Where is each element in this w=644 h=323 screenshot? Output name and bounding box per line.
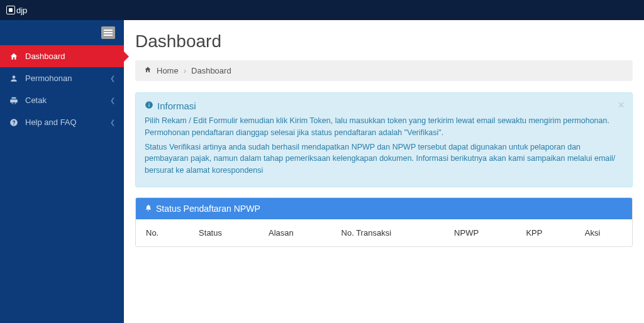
chevron-left-icon: ❮ (110, 119, 115, 126)
sidebar-item-cetak[interactable]: Cetak ❮ (0, 89, 124, 111)
sidebar-item-label: Help and FAQ (25, 118, 77, 127)
main-content: Dashboard Home › Dashboard × Informasi P… (124, 20, 644, 323)
brand-logo-icon (6, 6, 15, 14)
alert-body: Pilih Rekam / Edit Formulir kemudian kli… (145, 115, 623, 177)
panel-header: Status Pendaftaran NPWP (136, 198, 632, 219)
sidebar-item-label: Dashboard (25, 52, 65, 61)
panel-body: No. Status Alasan No. Transaksi NPWP KPP… (136, 219, 632, 246)
sidebar-toggle-row (0, 20, 124, 45)
close-icon[interactable]: × (618, 99, 625, 111)
home-icon (144, 66, 152, 75)
table-header: NPWP (444, 219, 516, 246)
sidebar-item-permohonan[interactable]: Permohonan ❮ (0, 67, 124, 89)
svg-rect-1 (148, 104, 149, 107)
sidebar: Dashboard Permohonan ❮ Cetak ❮ Help and … (0, 20, 124, 323)
table-header: No. (136, 219, 189, 246)
info-icon (145, 101, 153, 111)
sidebar-item-label: Cetak (25, 96, 47, 105)
print-icon (9, 96, 19, 105)
alert-title: Informasi (157, 101, 196, 111)
status-panel: Status Pendaftaran NPWP No. Status Alasa… (135, 197, 633, 247)
top-bar: djp (0, 0, 644, 20)
table-header-row: No. Status Alasan No. Transaksi NPWP KPP… (136, 219, 632, 246)
bell-icon (145, 204, 152, 214)
panel-title: Status Pendaftaran NPWP (156, 204, 260, 214)
sidebar-item-label: Permohonan (25, 74, 72, 83)
svg-rect-2 (148, 103, 149, 104)
breadcrumb: Home › Dashboard (135, 60, 633, 81)
chevron-left-icon: ❮ (110, 75, 115, 82)
sidebar-item-help-faq[interactable]: Help and FAQ ❮ (0, 111, 124, 133)
alert-paragraph: Status Verifikasi artinya anda sudah ber… (145, 141, 623, 177)
brand-name: djp (16, 6, 27, 15)
table-header: Alasan (258, 219, 331, 246)
status-table: No. Status Alasan No. Transaksi NPWP KPP… (136, 219, 632, 246)
table-header: KPP (516, 219, 574, 246)
chevron-left-icon: ❮ (110, 97, 115, 104)
breadcrumb-current: Dashboard (191, 66, 231, 75)
sidebar-item-dashboard[interactable]: Dashboard (0, 45, 124, 67)
page-title: Dashboard (135, 31, 633, 52)
chevron-right-icon: › (184, 66, 186, 75)
table-header: Aksi (575, 219, 632, 246)
table-header: No. Transaksi (331, 219, 445, 246)
alert-paragraph: Pilih Rekam / Edit Formulir kemudian kli… (145, 115, 623, 139)
brand[interactable]: djp (6, 6, 27, 15)
alert-info: × Informasi Pilih Rekam / Edit Formulir … (135, 92, 633, 187)
user-icon (9, 74, 19, 83)
question-icon (9, 118, 19, 127)
sidebar-toggle-button[interactable] (101, 26, 115, 39)
breadcrumb-home[interactable]: Home (157, 66, 179, 75)
home-icon (9, 52, 19, 61)
alert-title-row: Informasi (145, 101, 623, 111)
table-header: Status (189, 219, 258, 246)
